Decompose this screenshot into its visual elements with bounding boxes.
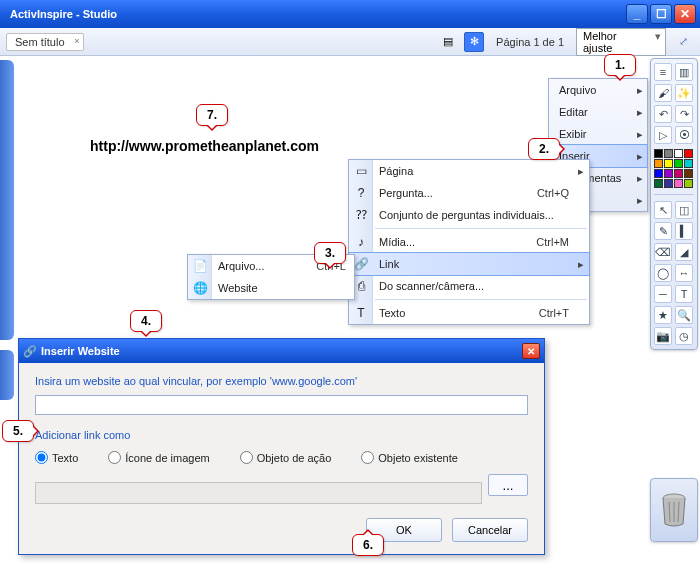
left-panel-handle[interactable] [0, 60, 14, 340]
tool-stop-icon[interactable]: ⦿ [675, 126, 693, 144]
radio-acao[interactable]: Objeto de ação [240, 451, 332, 464]
swatch-black[interactable] [654, 149, 663, 158]
swatch-gray[interactable] [664, 149, 673, 158]
radio-existente-input[interactable] [361, 451, 374, 464]
submenu-texto[interactable]: TTextoCtrl+T [349, 302, 589, 324]
scanner-icon: ⎙ [353, 278, 369, 294]
tool-select-icon[interactable]: ◫ [675, 201, 693, 219]
dialog-close-button[interactable]: ✕ [522, 343, 540, 359]
tool-redo-icon[interactable]: ↷ [675, 105, 693, 123]
tool-palette: ≡ ▥ 🖌 ✨ ↶ ↷ ▷ ⦿ ↖ ◫ ✎ ▍ ⌫ ◢ ◯ ↔ ─ T ★ 🔍 … [650, 58, 698, 350]
tool-paint-icon[interactable]: 🖌 [654, 84, 672, 102]
chevron-right-icon: ▸ [578, 165, 584, 178]
snowflake-icon[interactable]: ✻ [464, 32, 484, 52]
globe-icon: 🌐 [192, 280, 208, 296]
submenu-pergunta[interactable]: ?Pergunta...Ctrl+Q [349, 182, 589, 204]
swatch-purple[interactable] [664, 169, 673, 178]
tool-pointer-icon[interactable]: ↖ [654, 201, 672, 219]
notes-icon[interactable]: ▤ [438, 32, 458, 52]
document-tab-title: Sem título [15, 36, 65, 48]
left-panel-handle-2[interactable] [0, 350, 14, 400]
submenu-conjunto-perguntas[interactable]: ⁇Conjunto de perguntas individuais... [349, 204, 589, 226]
radio-icone[interactable]: Ícone de imagem [108, 451, 209, 464]
tool-wand-icon[interactable]: ✨ [675, 84, 693, 102]
tool-play-icon[interactable]: ▷ [654, 126, 672, 144]
swatch-lime[interactable] [684, 179, 693, 188]
chevron-right-icon: ▸ [637, 128, 643, 141]
radio-texto-input[interactable] [35, 451, 48, 464]
callout-7: 7. [196, 104, 228, 126]
shortcut-label: Ctrl+M [536, 236, 569, 248]
cancel-button[interactable]: Cancelar [452, 518, 528, 542]
tool-line-icon[interactable]: ─ [654, 285, 672, 303]
tool-highlighter-icon[interactable]: ▍ [675, 222, 693, 240]
tool-fill-icon[interactable]: ◢ [675, 243, 693, 261]
canvas-content-url[interactable]: http://www.prometheanplanet.com [90, 138, 319, 154]
radio-existente[interactable]: Objeto existente [361, 451, 458, 464]
submenu-midia[interactable]: ♪Mídia...Ctrl+M [349, 231, 589, 253]
swatch-yellow[interactable] [664, 159, 673, 168]
tool-menu-icon[interactable]: ≡ [654, 63, 672, 81]
menu-exibir[interactable]: Exibir▸ [549, 123, 647, 145]
radio-acao-input[interactable] [240, 451, 253, 464]
radio-texto[interactable]: Texto [35, 451, 78, 464]
trash-panel[interactable] [650, 478, 698, 542]
tool-connector-icon[interactable]: ↔ [675, 264, 693, 282]
window-close-button[interactable]: ✕ [674, 4, 696, 24]
dialog-titlebar: 🔗 Inserir Website ✕ [19, 339, 544, 363]
tool-board-icon[interactable]: ▥ [675, 63, 693, 81]
shortcut-label: Ctrl+Q [537, 187, 569, 199]
callout-6: 6. [352, 534, 384, 556]
tool-camera-icon[interactable]: 📷 [654, 327, 672, 345]
file-icon: 📄 [192, 258, 208, 274]
question-icon: ? [353, 185, 369, 201]
swatch-green[interactable] [674, 159, 683, 168]
tool-shape-icon[interactable]: ◯ [654, 264, 672, 282]
swatch-cyan[interactable] [684, 159, 693, 168]
swatch-darkgreen[interactable] [654, 179, 663, 188]
tool-undo-icon[interactable]: ↶ [654, 105, 672, 123]
callout-3: 3. [314, 242, 346, 264]
document-toolbar: Sem título × ▤ ✻ Página 1 de 1 Melhor aj… [0, 28, 700, 56]
link-mode-group-label: Adicionar link como [35, 429, 528, 441]
swatch-orange[interactable] [654, 159, 663, 168]
swatch-brown[interactable] [684, 169, 693, 178]
window-titlebar: ActivInspire - Studio _ ☐ ✕ [0, 0, 700, 28]
window-minimize-button[interactable]: _ [626, 4, 648, 24]
tool-clock-icon[interactable]: ◷ [675, 327, 693, 345]
page-icon: ▭ [353, 163, 369, 179]
radio-icone-input[interactable] [108, 451, 121, 464]
swatch-red[interactable] [684, 149, 693, 158]
dialog-instruction: Insira um website ao qual vincular, por … [35, 375, 528, 387]
fullscreen-icon[interactable]: ⤢ [672, 31, 694, 53]
callout-1: 1. [604, 54, 636, 76]
browse-button[interactable]: ... [488, 474, 528, 496]
swatch-magenta[interactable] [674, 169, 683, 178]
color-palette [654, 149, 694, 188]
dialog-title: Inserir Website [37, 345, 522, 357]
tool-zoom-icon[interactable]: 🔍 [675, 306, 693, 324]
swatch-blue[interactable] [654, 169, 663, 178]
tool-eraser-icon[interactable]: ⌫ [654, 243, 672, 261]
submenu-link[interactable]: 🔗Link▸ [348, 252, 590, 276]
tool-stamp-icon[interactable]: ★ [654, 306, 672, 324]
zoom-select[interactable]: Melhor ajuste [576, 28, 666, 56]
link-website[interactable]: 🌐Website [188, 277, 354, 299]
zoom-label: Melhor ajuste [583, 30, 617, 54]
menu-arquivo[interactable]: Arquivo▸ [549, 79, 647, 101]
website-url-input[interactable] [35, 395, 528, 415]
swatch-pink[interactable] [674, 179, 683, 188]
document-tab[interactable]: Sem título × [6, 33, 84, 51]
insert-website-dialog: 🔗 Inserir Website ✕ Insira um website ao… [18, 338, 545, 555]
submenu-pagina[interactable]: ▭Página▸ [349, 160, 589, 182]
tool-pen-icon[interactable]: ✎ [654, 222, 672, 240]
menu-editar[interactable]: Editar▸ [549, 101, 647, 123]
swatch-white[interactable] [674, 149, 683, 158]
swatch-navy[interactable] [664, 179, 673, 188]
tab-close-icon[interactable]: × [74, 36, 79, 46]
tool-text-icon[interactable]: T [675, 285, 693, 303]
callout-5: 5. [2, 420, 34, 442]
window-maximize-button[interactable]: ☐ [650, 4, 672, 24]
maximize-icon: ☐ [656, 7, 667, 21]
submenu-scanner[interactable]: ⎙Do scanner/câmera... [349, 275, 589, 297]
